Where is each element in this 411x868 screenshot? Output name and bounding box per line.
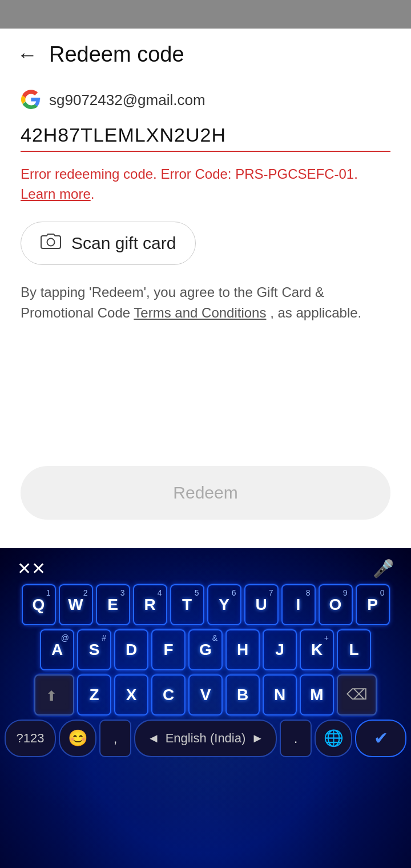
key-k[interactable]: +K [300, 629, 334, 670]
key-x[interactable]: X [114, 674, 148, 716]
google-logo-icon [21, 90, 41, 110]
scan-button-wrap: Scan gift card [0, 216, 411, 276]
main-content: ← Redeem code sg9072432@gmail.com Error … [0, 29, 411, 548]
space-right-arrow: ► [251, 731, 264, 746]
svg-point-0 [47, 238, 55, 246]
emoji-icon: 😊 [68, 729, 88, 748]
keyboard-row-2: @A #S D F &G H J +K L [5, 629, 406, 670]
key-rows: 1Q 2W 3E 4R 5T 6Y 7U 8I 9O 0P @A #S D F … [0, 584, 411, 716]
camera-icon [41, 232, 61, 254]
key-num-toggle[interactable]: ?123 [5, 720, 56, 757]
key-m[interactable]: M [300, 674, 334, 716]
error-section: Error redeeming code. Error Code: PRS-PG… [0, 159, 411, 216]
key-c[interactable]: C [151, 674, 186, 716]
keyboard-row-3: ⬆ Z X C V B N M ⌫ [5, 674, 406, 716]
redeem-button-wrap: Redeem [0, 466, 411, 537]
key-i[interactable]: 8I [281, 584, 316, 625]
enter-icon: ✔ [374, 728, 388, 748]
keyboard-row-1: 1Q 2W 3E 4R 5T 6Y 7U 8I 9O 0P [5, 584, 406, 625]
key-w[interactable]: 2W [59, 584, 93, 625]
keyboard-area: ✕✕ 🎤 1Q 2W 3E 4R 5T 6Y 7U 8I 9O 0P @A #S… [0, 548, 411, 868]
key-h[interactable]: H [225, 629, 260, 670]
key-shift[interactable]: ⬆ [34, 674, 74, 716]
account-row: sg9072432@gmail.com [0, 78, 411, 119]
keyboard-settings-icon[interactable]: ✕✕ [17, 558, 46, 578]
key-d[interactable]: D [114, 629, 148, 670]
key-comma[interactable]: , [99, 720, 131, 757]
key-v[interactable]: V [188, 674, 223, 716]
key-enter[interactable]: ✔ [355, 720, 406, 757]
key-r[interactable]: 4R [133, 584, 167, 625]
key-j[interactable]: J [263, 629, 297, 670]
keyboard-bottom-row: ?123 😊 , ◄ English (India) ► . 🌐 ✔ [0, 720, 411, 757]
key-y[interactable]: 6Y [207, 584, 241, 625]
period-label: . [294, 730, 298, 746]
globe-icon: 🌐 [324, 729, 344, 748]
terms-link[interactable]: Terms and Conditions [134, 305, 266, 320]
key-emoji[interactable]: 😊 [59, 720, 96, 757]
page-title: Redeem code [49, 42, 184, 67]
terms-text: By tapping 'Redeem', you agree to the Gi… [0, 276, 411, 340]
num-toggle-label: ?123 [17, 731, 45, 746]
account-email: sg9072432@gmail.com [49, 91, 206, 109]
header: ← Redeem code [0, 29, 411, 78]
terms-suffix: , as applicable. [270, 305, 361, 320]
key-u[interactable]: 7U [244, 584, 279, 625]
key-globe[interactable]: 🌐 [315, 720, 352, 757]
key-g[interactable]: &G [188, 629, 223, 670]
back-button[interactable]: ← [17, 45, 38, 65]
space-label: English (India) [166, 731, 246, 746]
key-o[interactable]: 9O [319, 584, 353, 625]
key-backspace[interactable]: ⌫ [337, 674, 377, 716]
error-message: Error redeeming code. Error Code: PRS-PG… [21, 166, 358, 202]
keyboard-top-bar: ✕✕ 🎤 [0, 548, 411, 584]
key-a[interactable]: @A [40, 629, 74, 670]
key-b[interactable]: B [225, 674, 260, 716]
scan-gift-card-label: Scan gift card [71, 234, 176, 253]
spacer [0, 340, 411, 466]
code-input[interactable] [21, 119, 390, 152]
key-n[interactable]: N [263, 674, 297, 716]
code-input-wrap [0, 119, 411, 152]
key-period[interactable]: . [280, 720, 312, 757]
key-space[interactable]: ◄ English (India) ► [134, 720, 277, 757]
redeem-button[interactable]: Redeem [21, 466, 390, 520]
key-z[interactable]: Z [77, 674, 111, 716]
error-text-content: Error redeeming code. Error Code: PRS-PG… [21, 166, 358, 182]
svg-text:⬆: ⬆ [46, 688, 57, 704]
learn-more-link[interactable]: Learn more [21, 186, 91, 202]
comma-label: , [114, 730, 118, 746]
status-bar [0, 0, 411, 29]
key-e[interactable]: 3E [96, 584, 130, 625]
key-q[interactable]: 1Q [22, 584, 56, 625]
keyboard-mic-icon[interactable]: 🎤 [373, 558, 394, 578]
key-s[interactable]: #S [77, 629, 111, 670]
key-f[interactable]: F [151, 629, 186, 670]
scan-gift-card-button[interactable]: Scan gift card [21, 222, 196, 265]
key-t[interactable]: 5T [170, 584, 204, 625]
key-l[interactable]: L [337, 629, 371, 670]
key-p[interactable]: 0P [356, 584, 390, 625]
space-left-arrow: ◄ [147, 731, 160, 746]
